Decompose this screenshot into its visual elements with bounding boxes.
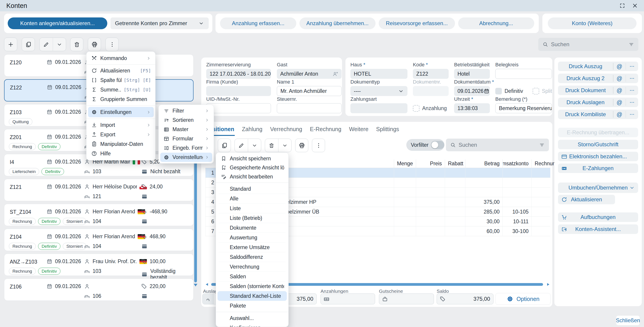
filter-icon[interactable] bbox=[539, 142, 545, 148]
menu-item-voreinstellung[interactable]: Voreinstellung bbox=[160, 153, 212, 162]
quick-action-abrechnung[interactable]: Abrechnung... bbox=[458, 18, 534, 29]
scroll-right-arrow[interactable] bbox=[547, 283, 550, 286]
email-button[interactable]: @ bbox=[614, 111, 626, 118]
menu-item-standard[interactable]: Standard bbox=[218, 184, 287, 194]
tab-e-rechnung[interactable]: E-Rechnung bbox=[310, 124, 342, 136]
menu-item-alle[interactable]: Alle bbox=[218, 194, 287, 203]
zahlungsart-input[interactable] bbox=[350, 103, 408, 113]
menu-item-ansicht-speichern[interactable]: Ansicht speichern bbox=[218, 154, 287, 163]
scroll-down-arrow[interactable] bbox=[194, 284, 198, 286]
more-options-button[interactable] bbox=[626, 111, 638, 117]
menu-item-salden-stornierte-konten[interactable]: Salden (stornierte Konten) bbox=[218, 281, 287, 291]
search-input[interactable] bbox=[551, 41, 626, 48]
position-edit-split-button[interactable] bbox=[234, 139, 261, 152]
menu-item-master[interactable]: Master bbox=[160, 125, 212, 134]
konto-weiteres-button[interactable]: Konto (Weiteres) bbox=[548, 18, 636, 29]
menu-item-saldodifferenz[interactable]: Saldodifferenz bbox=[218, 252, 287, 262]
quick-action-anzahlung-übernehmen[interactable]: Anzahlung übernehmen... bbox=[300, 18, 376, 29]
menu-item-gespeicherte-ansicht-löschen[interactable]: Gespeicherte Ansicht löschen bbox=[218, 163, 287, 172]
column-betrag[interactable]: Betrag bbox=[465, 159, 502, 168]
add-button[interactable] bbox=[4, 38, 17, 51]
edit-split-button[interactable] bbox=[40, 38, 66, 51]
print-button-druck-dokument[interactable]: Druck Dokument@ bbox=[558, 86, 638, 95]
anzahlung-checkbox[interactable]: Anzahlung bbox=[413, 105, 447, 112]
schliessen-button[interactable]: Schließen bbox=[616, 316, 640, 325]
email-button[interactable]: @ bbox=[614, 87, 626, 94]
kode-input[interactable]: Z122 bbox=[413, 69, 449, 79]
menu-item-liste-betrieb[interactable]: Liste (Betrieb) bbox=[218, 213, 287, 223]
account-card-Z121[interactable]: Z12109.01.2026Herr Héloïse Dupor24,00121 bbox=[4, 179, 194, 201]
close-window-button[interactable] bbox=[631, 2, 638, 9]
column-rechnung[interactable]: Rechnung bbox=[532, 159, 550, 168]
menu-item-konfigurieren[interactable]: Konfigurieren... bbox=[218, 323, 287, 327]
gast-input[interactable]: Achmüller Anton bbox=[277, 69, 342, 79]
haus-input[interactable]: HOTEL bbox=[350, 69, 408, 79]
menu-item-formular[interactable]: Formular bbox=[160, 134, 212, 143]
account-card-ST_Z104[interactable]: ST_Z10409.01.2026Herr Florian Arend-468,… bbox=[4, 204, 194, 226]
print-button-druck-kombiliste[interactable]: Druck Kombiliste@ bbox=[558, 110, 638, 119]
account-card-Z106[interactable]: Z10609.01.2026220,00106 bbox=[4, 278, 194, 301]
bemerkung-input[interactable]: Bemerkung Reservierung bbox=[495, 103, 552, 113]
menu-item-eingeb-formular[interactable]: Eingeb. Formular bbox=[160, 143, 212, 153]
more-button[interactable] bbox=[106, 38, 118, 51]
more-options-button[interactable] bbox=[626, 75, 638, 81]
dokumenttyp-select[interactable]: ---- bbox=[350, 86, 408, 96]
menu-item-spalte-füllen[interactable]: Spalte füllen...[Strg] [E] bbox=[88, 75, 154, 85]
edit-button[interactable] bbox=[40, 38, 53, 51]
position-delete-dropdown[interactable] bbox=[278, 139, 292, 152]
optionen-button[interactable]: Optionen bbox=[496, 293, 550, 305]
more-options-button[interactable] bbox=[626, 99, 638, 105]
copy-button[interactable] bbox=[22, 38, 35, 51]
create-update-accounts-button[interactable]: Konten anlegen/aktualisieren... bbox=[8, 18, 107, 29]
accounts-search[interactable] bbox=[538, 38, 638, 51]
position-delete-split-button[interactable] bbox=[265, 139, 292, 152]
menu-item-ansicht-bearbeiten[interactable]: Ansicht bearbeiten bbox=[218, 172, 287, 181]
belegkreis-input[interactable] bbox=[495, 69, 552, 79]
menu-item-aktualisieren[interactable]: Aktualisieren[F5] bbox=[88, 66, 154, 75]
column-preis[interactable]: Preis bbox=[416, 159, 445, 168]
menu-item-sortieren[interactable]: Sortieren bbox=[160, 116, 212, 125]
elektronisch-bezahlen-button[interactable]: Elektronisch bezahlen... bbox=[558, 152, 638, 161]
firma-input[interactable] bbox=[206, 86, 271, 96]
zimmerreservierung-input[interactable]: 122 17.01.2026 - 18.01.2026A bbox=[206, 69, 271, 79]
position-more-button[interactable] bbox=[312, 139, 325, 152]
edit-dropdown-button[interactable] bbox=[53, 38, 66, 51]
menu-item-kommando[interactable]: Kommando bbox=[88, 54, 154, 63]
menu-item-gruppierte-summen[interactable]: Gruppierte Summen bbox=[88, 94, 154, 104]
menu-item-manipulator-daten[interactable]: Manipulator-Daten bbox=[88, 139, 154, 149]
aufbuchungen-button[interactable]: Aufbuchungen bbox=[558, 212, 638, 222]
position-edit-button[interactable] bbox=[235, 139, 248, 152]
email-button[interactable]: @ bbox=[614, 63, 626, 70]
email-button[interactable]: @ bbox=[614, 99, 626, 106]
quick-action-reisevorsorge-erfassen[interactable]: Reisevorsorge erfassen... bbox=[379, 18, 455, 29]
storno-gutschrift-button[interactable]: Storno/Gutschrift bbox=[558, 140, 638, 149]
toggle-track[interactable] bbox=[431, 141, 444, 149]
menu-item-dokumente[interactable]: Dokumente bbox=[218, 223, 287, 233]
maximize-button[interactable] bbox=[619, 2, 626, 9]
menu-item-auswertung[interactable]: Auswertung bbox=[218, 233, 287, 242]
menu-item-import[interactable]: Import bbox=[88, 120, 154, 130]
dokumentdatum-input[interactable]: 09.01.2026 bbox=[454, 86, 490, 96]
print-button-druck-auszug[interactable]: Druck Auszug@ bbox=[558, 62, 638, 71]
menu-item-hilfe[interactable]: Hilfe bbox=[88, 149, 154, 158]
menu-item-pakete[interactable]: Pakete bbox=[218, 301, 287, 310]
menu-item-export[interactable]: Export bbox=[88, 130, 154, 139]
column-rabatt[interactable]: Rabatt bbox=[445, 159, 465, 168]
account-card-Z104[interactable]: Z10409.01.2026Herr Florian Arend468,90Re… bbox=[4, 229, 194, 251]
print-button[interactable] bbox=[88, 38, 101, 51]
column-umsatzkonto[interactable]: Umsatzkonto bbox=[502, 159, 532, 168]
position-edit-dropdown[interactable] bbox=[248, 139, 261, 152]
konten-assistent-button[interactable]: Konten-Assistent... bbox=[558, 224, 638, 234]
print-button-druck-auszug-2[interactable]: Druck Auszug 2@ bbox=[558, 74, 638, 83]
email-button[interactable]: @ bbox=[614, 75, 626, 82]
account-card-ANZ→Z103[interactable]: ANZ→Z10309.01.2026Frau Univ. Prof. Dr. A… bbox=[4, 254, 194, 276]
menu-item-liste[interactable]: Liste bbox=[218, 204, 287, 213]
delete-button[interactable] bbox=[70, 38, 83, 51]
betriebstaetigkeit-input[interactable]: Hotel bbox=[454, 69, 490, 79]
tab-weitere[interactable]: Weitere bbox=[348, 124, 369, 136]
uid-input[interactable] bbox=[206, 103, 271, 113]
quick-action-anzahlung-erfassen[interactable]: Anzahlung erfassen... bbox=[220, 18, 296, 29]
position-print-button[interactable] bbox=[295, 139, 308, 152]
position-delete-button[interactable] bbox=[265, 139, 278, 152]
definitiv-checkbox[interactable]: Definitiv bbox=[495, 88, 523, 94]
